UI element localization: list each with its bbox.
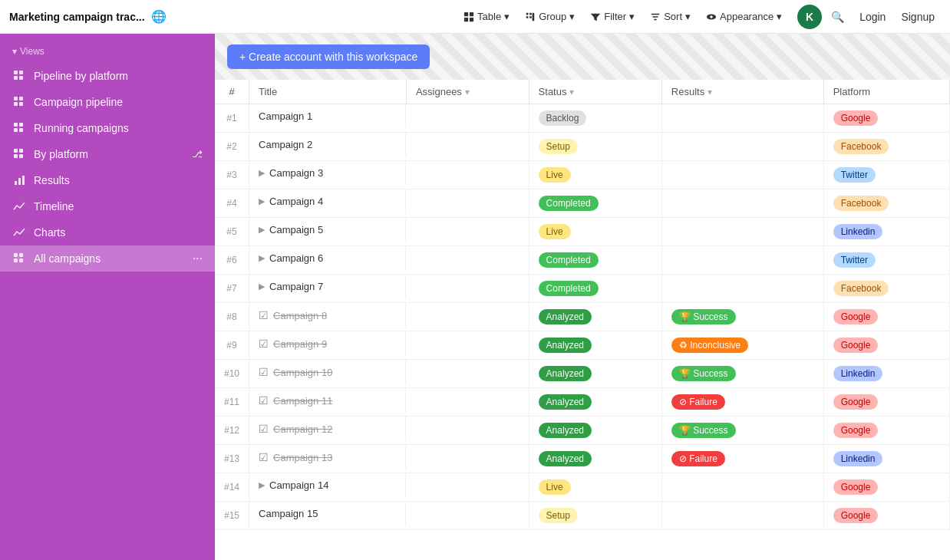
row-title: ▶Campaign 4	[249, 189, 406, 213]
title-text: Campaign 15	[259, 508, 318, 519]
filter-button[interactable]: Filter ▾	[584, 8, 641, 25]
sidebar-item-running-campaigns[interactable]: Running campaigns	[0, 115, 215, 141]
row-assignees	[406, 246, 529, 275]
results-badge: ⊘ Failure	[671, 451, 725, 466]
appearance-button[interactable]: Appearance ▾	[700, 8, 788, 25]
row-title: Campaign 15	[249, 502, 406, 525]
sidebar-item-results[interactable]: Results	[0, 167, 215, 193]
row-results: ♻ Inconclusive	[661, 331, 823, 360]
svg-rect-18	[19, 128, 23, 132]
col-filter-icon[interactable]: ▾	[708, 87, 712, 97]
row-assignees	[406, 502, 529, 530]
row-assignees	[406, 275, 529, 303]
row-number: #14	[215, 473, 249, 502]
table-button[interactable]: Table ▾	[457, 8, 516, 25]
table-row: #3▶Campaign 3LiveTwitter	[215, 161, 950, 189]
sort-icon	[650, 12, 661, 22]
sidebar-item-pipeline-by-platform[interactable]: Pipeline by platform	[0, 63, 215, 89]
expand-icon[interactable]: ▶	[259, 168, 265, 178]
status-badge: Live	[539, 224, 571, 239]
col-header-num: #	[215, 80, 249, 104]
svg-rect-14	[19, 102, 23, 106]
status-badge: Analyzed	[539, 394, 592, 410]
create-account-button[interactable]: + Create account with this workspace	[227, 44, 430, 69]
sidebar-item-by-platform[interactable]: By platform⎇	[0, 141, 215, 167]
platform-badge: Linkedin	[833, 366, 883, 381]
row-platform: Facebook	[823, 133, 949, 161]
more-options-icon[interactable]: ···	[193, 252, 203, 265]
sidebar-item-campaign-pipeline[interactable]: Campaign pipeline	[0, 89, 215, 115]
table-row: #1Campaign 1BacklogGoogle	[215, 104, 950, 133]
expand-icon[interactable]: ▶	[259, 253, 265, 263]
chevron-down-icon: ▾	[12, 46, 17, 57]
check-icon[interactable]: ☑	[259, 309, 269, 321]
row-results	[661, 161, 823, 189]
col-filter-icon[interactable]: ▾	[569, 87, 574, 97]
group-button[interactable]: Group ▾	[519, 8, 581, 25]
row-assignees	[406, 161, 529, 189]
eye-icon	[706, 12, 717, 22]
expand-icon[interactable]: ▶	[259, 282, 265, 292]
row-assignees	[406, 445, 529, 473]
sidebar-grid-icon	[12, 252, 26, 265]
platform-badge: Twitter	[833, 252, 876, 268]
check-icon[interactable]: ☑	[259, 423, 269, 435]
check-icon[interactable]: ☑	[259, 338, 269, 350]
row-platform: Facebook	[823, 189, 949, 218]
campaigns-table: #TitleAssignees▾Status▾Results▾Platform …	[215, 80, 950, 530]
row-platform: Twitter	[823, 161, 949, 189]
sidebar-grid-icon	[12, 147, 26, 161]
row-assignees	[406, 189, 529, 218]
results-badge: ♻ Inconclusive	[671, 338, 748, 353]
user-avatar[interactable]: K	[797, 5, 822, 29]
sidebar-item-all-campaigns[interactable]: All campaigns···	[0, 245, 215, 272]
expand-icon[interactable]: ▶	[259, 196, 265, 206]
svg-rect-28	[14, 259, 18, 262]
status-badge: Analyzed	[539, 309, 592, 324]
content-area: + Create account with this workspace #Ti…	[215, 34, 950, 560]
sidebar-item-charts[interactable]: Charts	[0, 219, 215, 245]
check-icon[interactable]: ☑	[259, 451, 269, 463]
svg-rect-21	[14, 154, 18, 158]
table-row: #7▶Campaign 7CompletedFacebook	[215, 275, 950, 303]
svg-point-6	[710, 15, 713, 18]
share-icon[interactable]: ⎇	[192, 149, 203, 160]
row-status: Live	[529, 161, 661, 189]
svg-rect-26	[14, 253, 18, 257]
row-number: #12	[215, 417, 249, 445]
sidebar-item-label-by-platform: By platform	[34, 148, 184, 160]
login-link[interactable]: Login	[853, 8, 892, 26]
platform-badge: Twitter	[833, 167, 876, 183]
row-number: #11	[215, 388, 249, 417]
signup-link[interactable]: Signup	[895, 8, 941, 26]
sidebar-item-label-all-campaigns: All campaigns	[34, 252, 185, 265]
group-dropdown-icon: ▾	[569, 11, 575, 22]
status-badge: Analyzed	[539, 423, 592, 438]
col-label: Results	[671, 86, 704, 97]
sidebar-grid-icon	[12, 121, 26, 135]
status-badge: Completed	[539, 196, 599, 211]
svg-rect-8	[19, 71, 23, 74]
row-platform: Facebook	[823, 275, 949, 303]
row-status: Analyzed	[529, 445, 661, 473]
svg-rect-19	[14, 149, 18, 153]
sort-button[interactable]: Sort ▾	[644, 8, 697, 25]
status-badge: Live	[539, 167, 571, 183]
expand-icon[interactable]: ▶	[259, 225, 265, 235]
status-badge: Completed	[539, 252, 599, 268]
col-header-title: Title	[249, 80, 407, 104]
row-title: ☑Campaign 9	[249, 331, 406, 356]
col-filter-icon[interactable]: ▾	[465, 87, 470, 97]
svg-rect-20	[19, 149, 23, 153]
expand-icon[interactable]: ▶	[259, 480, 265, 490]
row-assignees	[406, 388, 529, 417]
platform-badge: Linkedin	[833, 224, 883, 239]
search-icon[interactable]: 🔍	[825, 8, 850, 26]
check-icon[interactable]: ☑	[259, 366, 269, 378]
svg-rect-11	[14, 97, 18, 100]
row-results: ⊘ Failure	[661, 445, 823, 473]
row-results	[661, 104, 823, 133]
svg-rect-10	[19, 76, 23, 80]
sidebar-item-timeline[interactable]: Timeline	[0, 193, 215, 219]
check-icon[interactable]: ☑	[259, 394, 269, 407]
